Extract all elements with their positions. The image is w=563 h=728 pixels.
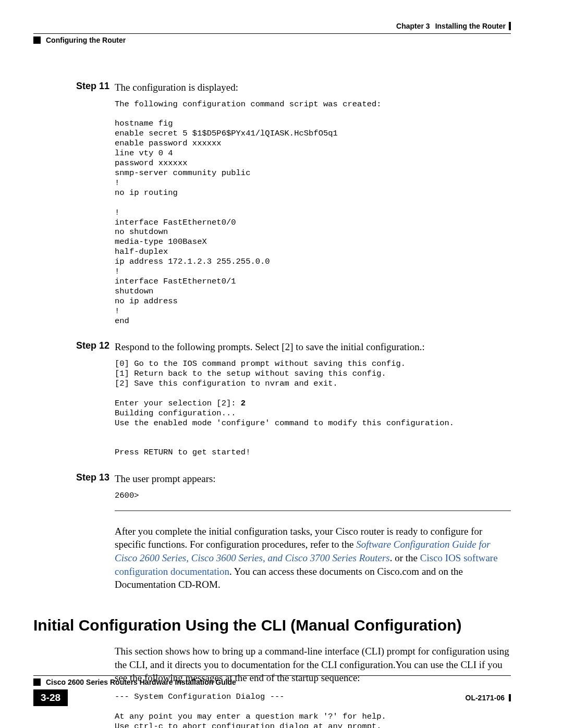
step-text: The configuration is displayed: bbox=[115, 81, 238, 94]
code-text: [0] Go to the IOS command prompt without… bbox=[115, 359, 406, 408]
section-title: Configuring the Router bbox=[46, 36, 126, 44]
chapter-title: Installing the Router bbox=[435, 22, 506, 30]
square-marker-icon bbox=[33, 678, 41, 686]
code-block-step-12: [0] Go to the IOS command prompt without… bbox=[115, 359, 511, 458]
section-heading: Initial Configuration Using the CLI (Man… bbox=[33, 616, 511, 634]
code-block-step-13: 2600> bbox=[115, 491, 511, 501]
code-bold: 2 bbox=[241, 399, 246, 408]
step-text: The user prompt appears: bbox=[115, 472, 216, 486]
footer-bar-icon bbox=[509, 694, 511, 701]
step-12: Step 12 Respond to the following prompts… bbox=[76, 340, 511, 354]
header-bar-icon bbox=[509, 22, 511, 30]
divider bbox=[115, 510, 511, 511]
para-text: . or the bbox=[390, 552, 420, 563]
code-text: Building configuration... Use the enable… bbox=[115, 409, 454, 458]
footer-guide-title: Cisco 2600 Series Routers Hardware Insta… bbox=[46, 678, 236, 686]
step-label: Step 11 bbox=[76, 81, 115, 94]
running-header: Chapter 3 Installing the Router bbox=[33, 22, 511, 30]
square-marker-icon bbox=[33, 36, 41, 44]
step-label: Step 12 bbox=[76, 340, 115, 354]
page-number: 3-28 bbox=[33, 689, 68, 706]
step-13: Step 13 The user prompt appears: bbox=[76, 472, 511, 486]
step-11: Step 11 The configuration is displayed: bbox=[76, 81, 511, 94]
step-label: Step 13 bbox=[76, 472, 115, 486]
section-header: Configuring the Router bbox=[33, 33, 511, 44]
page-footer: Cisco 2600 Series Routers Hardware Insta… bbox=[33, 675, 511, 706]
chapter-label: Chapter 3 bbox=[396, 22, 430, 30]
step-text: Respond to the following prompts. Select… bbox=[115, 340, 425, 354]
code-block-step-11: The following configuration command scri… bbox=[115, 100, 511, 326]
footer-doc-id: OL-2171-06 bbox=[466, 694, 505, 702]
body-paragraph: After you complete the initial configura… bbox=[115, 525, 511, 591]
